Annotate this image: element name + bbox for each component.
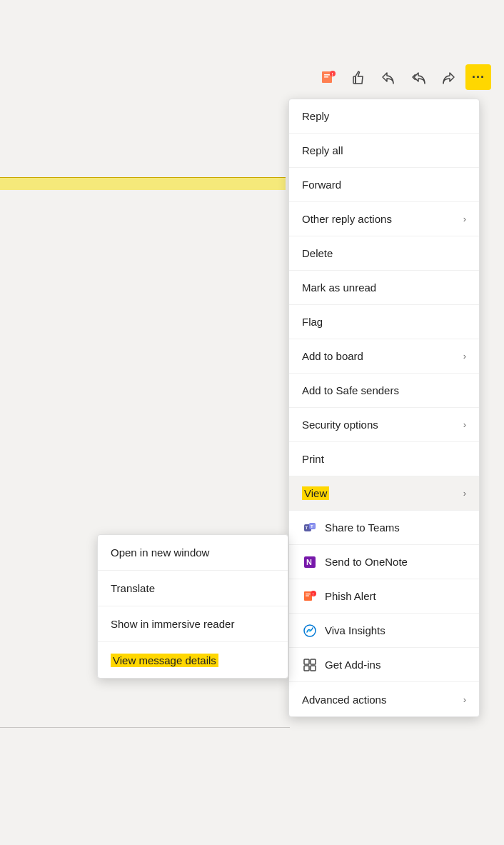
add-board-item-left: Add to board: [302, 350, 363, 362]
add-to-board-menu-item[interactable]: Add to board ›: [289, 339, 479, 374]
reply-all-menu-item[interactable]: Reply all: [289, 134, 479, 168]
onenote-icon: N: [302, 554, 318, 570]
forward-menu-item[interactable]: Forward: [289, 168, 479, 202]
security-chevron-icon: ›: [463, 419, 466, 430]
viva-item-left: Viva Insights: [302, 623, 385, 639]
forward-svg: [440, 69, 456, 85]
flag-item-left: Flag: [302, 316, 323, 328]
advanced-actions-menu-item[interactable]: Advanced actions ›: [289, 682, 479, 716]
reply-all-item-left: Reply all: [302, 144, 343, 156]
delete-menu-item[interactable]: Delete: [289, 236, 479, 271]
share-teams-item-left: T T Share to Teams: [302, 520, 400, 536]
advanced-actions-chevron-icon: ›: [463, 694, 466, 705]
immersive-reader-label: Show in immersive reader: [111, 618, 234, 630]
svg-rect-15: [306, 595, 309, 596]
more-actions-button[interactable]: ···: [465, 64, 491, 90]
svg-rect-23: [311, 666, 316, 671]
phish-item-left: ! Phish Alert: [302, 589, 376, 604]
phish-alert-toolbar-icon[interactable]: !: [316, 64, 341, 90]
view-menu-item[interactable]: View ›: [289, 476, 479, 511]
like-toolbar-icon[interactable]: [346, 64, 371, 90]
viva-insights-icon: [302, 623, 318, 639]
reply-toolbar-icon[interactable]: [376, 64, 401, 90]
open-new-window-label: Open in new window: [111, 546, 209, 559]
svg-rect-22: [304, 666, 309, 671]
svg-rect-21: [311, 659, 316, 664]
print-label: Print: [302, 453, 324, 465]
advanced-actions-label: Advanced actions: [302, 694, 386, 706]
get-add-ins-icon: [302, 657, 318, 673]
other-reply-label: Other reply actions: [302, 213, 392, 225]
share-to-teams-menu-item[interactable]: T T Share to Teams: [289, 511, 479, 545]
add-to-safe-senders-menu-item[interactable]: Add to Safe senders: [289, 374, 479, 408]
share-teams-label: Share to Teams: [325, 521, 400, 534]
reply-item-left: Reply: [302, 110, 329, 122]
yellow-banner: [0, 177, 286, 190]
other-reply-item-left: Other reply actions: [302, 213, 392, 225]
svg-rect-2: [324, 76, 328, 78]
translate-item[interactable]: Translate: [98, 571, 288, 606]
forward-label: Forward: [302, 179, 341, 191]
phish-alert-svg: !: [321, 69, 336, 85]
phish-alert-label: Phish Alert: [325, 590, 376, 602]
svg-rect-20: [304, 659, 309, 664]
reply-all-label: Reply all: [302, 144, 343, 156]
other-reply-actions-menu-item[interactable]: Other reply actions ›: [289, 202, 479, 236]
view-label: View: [302, 486, 329, 500]
get-add-ins-label: Get Add-ins: [325, 659, 380, 671]
send-to-onenote-menu-item[interactable]: N Send to OneNote: [289, 545, 479, 579]
more-dots-icon: ···: [472, 70, 485, 85]
divider-line: [0, 727, 290, 728]
svg-point-19: [308, 629, 311, 632]
forward-toolbar-icon[interactable]: [435, 64, 461, 90]
flag-menu-item[interactable]: Flag: [289, 305, 479, 339]
mark-unread-label: Mark as unread: [302, 281, 376, 294]
security-label: Security options: [302, 419, 378, 431]
other-reply-chevron-icon: ›: [463, 214, 466, 224]
add-board-chevron-icon: ›: [463, 351, 466, 361]
security-options-menu-item[interactable]: Security options ›: [289, 408, 479, 442]
viva-insights-label: Viva Insights: [325, 624, 385, 636]
svg-rect-14: [306, 594, 311, 594]
onenote-label: Send to OneNote: [325, 556, 408, 568]
delete-item-left: Delete: [302, 247, 333, 259]
view-message-details-label: View message details: [111, 654, 218, 667]
print-menu-item[interactable]: Print: [289, 442, 479, 476]
onenote-item-left: N Send to OneNote: [302, 554, 408, 570]
view-item-left: View: [302, 486, 329, 500]
svg-text:T: T: [306, 526, 308, 530]
add-board-label: Add to board: [302, 350, 363, 362]
security-item-left: Security options: [302, 419, 378, 431]
open-in-new-window-item[interactable]: Open in new window: [98, 535, 288, 571]
svg-text:!: !: [313, 591, 314, 596]
phish-icon: !: [302, 589, 318, 604]
safe-senders-label: Add to Safe senders: [302, 384, 399, 396]
svg-rect-5: [353, 76, 356, 84]
forward-item-left: Forward: [302, 179, 341, 191]
delete-label: Delete: [302, 247, 333, 259]
addins-item-left: Get Add-ins: [302, 657, 380, 673]
like-svg: [351, 69, 366, 85]
print-item-left: Print: [302, 453, 324, 465]
svg-text:T: T: [311, 524, 313, 529]
reply-all-svg: [410, 69, 426, 85]
svg-text:!: !: [332, 72, 333, 76]
viva-insights-menu-item[interactable]: Viva Insights: [289, 614, 479, 648]
view-message-details-item[interactable]: View message details: [98, 642, 288, 678]
reply-svg: [380, 69, 396, 85]
view-submenu: Open in new window Translate Show in imm…: [97, 534, 288, 679]
reply-menu-item[interactable]: Reply: [289, 99, 479, 134]
teams-icon: T T: [302, 520, 318, 536]
show-immersive-reader-item[interactable]: Show in immersive reader: [98, 606, 288, 642]
safe-senders-item-left: Add to Safe senders: [302, 384, 399, 396]
mark-as-unread-menu-item[interactable]: Mark as unread: [289, 271, 479, 305]
phish-alert-menu-item[interactable]: ! Phish Alert: [289, 579, 479, 614]
get-add-ins-menu-item[interactable]: Get Add-ins: [289, 648, 479, 682]
svg-text:N: N: [306, 558, 312, 566]
flag-label: Flag: [302, 316, 323, 328]
svg-rect-1: [324, 74, 330, 76]
mark-unread-item-left: Mark as unread: [302, 281, 376, 294]
reply-all-toolbar-icon[interactable]: [405, 64, 431, 90]
translate-label: Translate: [111, 582, 155, 594]
view-chevron-icon: ›: [463, 488, 466, 499]
